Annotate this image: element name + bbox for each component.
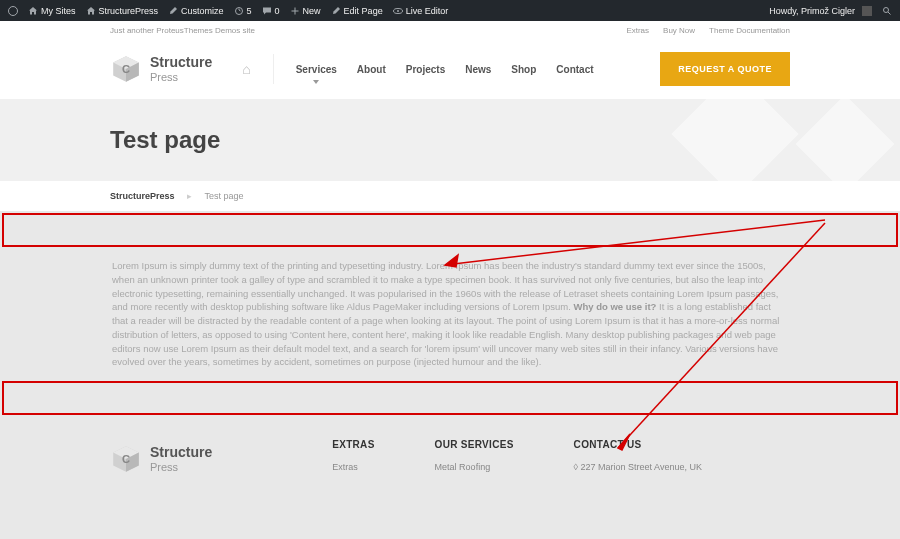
nav-shop[interactable]: Shop: [511, 64, 536, 75]
footer-link[interactable]: Metal Roofing: [435, 462, 514, 472]
my-sites-link[interactable]: My Sites: [28, 6, 76, 16]
svg-point-2: [397, 10, 399, 12]
crumb-home[interactable]: StructurePress: [110, 191, 175, 201]
breadcrumb: StructurePress ▸ Test page: [0, 181, 900, 211]
hero-decoration: [640, 99, 900, 181]
nav-projects[interactable]: Projects: [406, 64, 445, 75]
topstrip-link[interactable]: Extras: [626, 26, 649, 35]
wp-admin-bar: My Sites StructurePress Customize 5 0 Ne…: [0, 0, 900, 21]
svg-point-4: [884, 7, 889, 12]
top-strip: Just another ProteusThemes Demos site Ex…: [0, 21, 900, 39]
chevron-right-icon: ▸: [187, 191, 192, 201]
footer-heading: OUR SERVICES: [435, 439, 514, 450]
site-logo[interactable]: C StructurePress: [110, 53, 212, 85]
footer-col-services: OUR SERVICES Metal Roofing: [435, 439, 514, 478]
house-icon: [28, 6, 38, 16]
nav-services[interactable]: Services: [296, 64, 337, 75]
footer-heading: EXTRAS: [332, 439, 374, 450]
comments-link[interactable]: 0: [262, 6, 280, 16]
nav-about[interactable]: About: [357, 64, 386, 75]
footer-col-contact: CONTACT US ◊ 227 Marion Street Avenue, U…: [574, 439, 702, 478]
site-name-link[interactable]: StructurePress: [86, 6, 159, 16]
home-icon-link[interactable]: ⌂: [242, 61, 250, 77]
footer-logo[interactable]: C StructurePress: [110, 439, 212, 478]
topstrip-link[interactable]: Buy Now: [663, 26, 695, 35]
svg-text:C: C: [122, 63, 130, 75]
footer-heading: CONTACT US: [574, 439, 702, 450]
avatar-icon: [862, 6, 872, 16]
logo-line1: Structure: [150, 54, 212, 70]
request-quote-button[interactable]: REQUEST A QUOTE: [660, 52, 790, 86]
logo-cube-icon: C: [110, 443, 142, 475]
refresh-icon: [234, 6, 244, 16]
logo-cube-icon: C: [110, 53, 142, 85]
footer-col-extras: EXTRAS Extras: [332, 439, 374, 478]
search-toggle[interactable]: [882, 6, 892, 16]
nav-contact[interactable]: Contact: [556, 64, 593, 75]
brush-icon: [168, 6, 178, 16]
customize-link[interactable]: Customize: [168, 6, 224, 16]
page-title: Test page: [110, 126, 220, 154]
comment-icon: [262, 6, 272, 16]
main-nav: Services About Projects News Shop Contac…: [296, 64, 594, 75]
content-bold: Why do we use it?: [574, 301, 657, 312]
footer-link[interactable]: Extras: [332, 462, 374, 472]
house-icon: [86, 6, 96, 16]
eye-icon: [393, 6, 403, 16]
wp-logo[interactable]: [8, 6, 18, 16]
howdy-user[interactable]: Howdy, Primož Cigler: [769, 6, 872, 16]
updates-link[interactable]: 5: [234, 6, 252, 16]
tagline: Just another ProteusThemes Demos site: [110, 26, 255, 35]
svg-rect-3: [862, 6, 872, 16]
logo-line2: Press: [150, 71, 178, 83]
svg-text:C: C: [122, 453, 130, 465]
edit-page-link[interactable]: Edit Page: [331, 6, 383, 16]
site-footer: C StructurePress EXTRAS Extras OUR SERVI…: [0, 417, 900, 478]
annotation-box-top: [2, 213, 898, 247]
live-editor-link[interactable]: Live Editor: [393, 6, 449, 16]
new-link[interactable]: New: [290, 6, 321, 16]
pencil-icon: [331, 6, 341, 16]
topstrip-link[interactable]: Theme Documentation: [709, 26, 790, 35]
search-icon: [882, 6, 892, 16]
svg-point-0: [9, 6, 18, 15]
plus-icon: [290, 6, 300, 16]
page-content: Lorem Ipsum is simply dummy text of the …: [0, 249, 900, 379]
footer-address: ◊ 227 Marion Street Avenue, UK: [574, 462, 702, 472]
page-hero: Test page: [0, 99, 900, 181]
site-header: C StructurePress ⌂ Services About Projec…: [0, 39, 900, 99]
divider: [273, 54, 274, 84]
crumb-current: Test page: [204, 191, 243, 201]
annotation-box-bottom: [2, 381, 898, 415]
nav-news[interactable]: News: [465, 64, 491, 75]
